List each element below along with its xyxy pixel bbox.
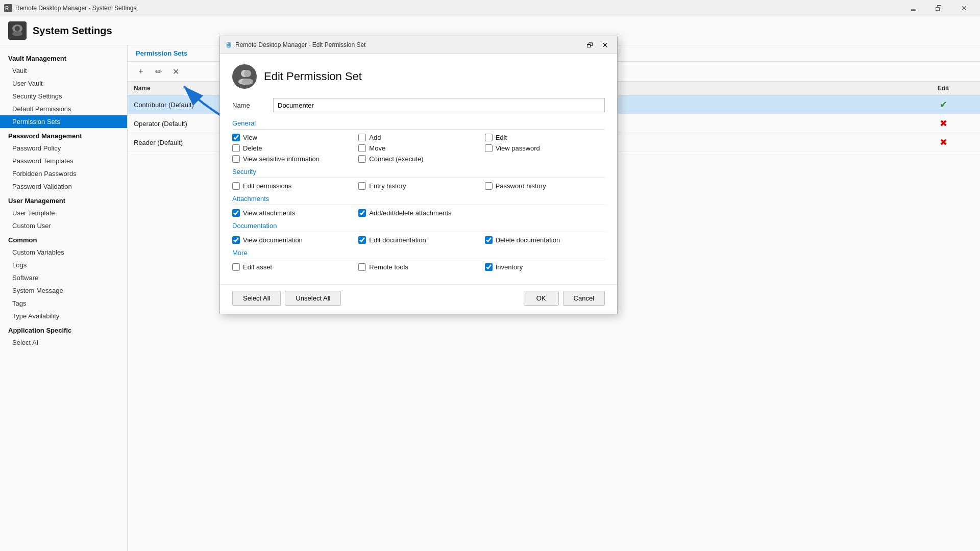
svg-point-4 bbox=[12, 31, 22, 36]
perm-view: View bbox=[232, 134, 352, 141]
security-section-title: Security bbox=[232, 168, 605, 178]
perm-view-password-label: View password bbox=[496, 144, 540, 152]
title-bar-text: Remote Desktop Manager - System Settings bbox=[15, 5, 901, 12]
general-permissions-grid: View Add Edit Delete bbox=[232, 134, 605, 163]
perm-add-label: Add bbox=[369, 134, 381, 141]
title-bar-controls: 🗕 🗗 ✕ bbox=[901, 0, 976, 16]
modal-title-controls: 🗗 ✕ bbox=[582, 45, 612, 51]
column-header-edit: Edit bbox=[913, 85, 974, 92]
perm-edit-documentation-label: Edit documentation bbox=[369, 236, 426, 244]
title-bar: R Remote Desktop Manager - System Settin… bbox=[0, 0, 980, 16]
unselect-all-button[interactable]: Unselect All bbox=[285, 291, 341, 306]
perm-inventory: Inventory bbox=[485, 263, 605, 271]
perm-delete-documentation-checkbox[interactable] bbox=[485, 236, 493, 244]
attachments-permissions-grid: View attachments Add/edit/delete attachm… bbox=[232, 209, 605, 217]
sidebar-item-forbidden-passwords[interactable]: Forbidden Passwords bbox=[0, 167, 127, 180]
perm-edit-permissions-checkbox[interactable] bbox=[232, 182, 240, 190]
perm-connect-checkbox[interactable] bbox=[358, 155, 366, 163]
add-button[interactable]: + bbox=[134, 65, 148, 78]
perm-edit-documentation-checkbox[interactable] bbox=[358, 236, 366, 244]
sidebar-section-application-specific: Application Specific bbox=[0, 322, 127, 336]
perm-view-attachments-label: View attachments bbox=[243, 209, 295, 217]
perm-view-checkbox[interactable] bbox=[232, 134, 240, 141]
perm-view-label: View bbox=[243, 134, 257, 141]
perm-password-history-checkbox[interactable] bbox=[485, 182, 493, 190]
name-label: Name bbox=[232, 102, 273, 109]
perm-view-password: View password bbox=[485, 144, 605, 152]
footer-right-buttons: OK Cancel bbox=[524, 291, 605, 306]
modal-title-bar: 🖥 Remote Desktop Manager - Edit Permissi… bbox=[220, 45, 617, 54]
name-input[interactable] bbox=[273, 98, 605, 112]
sidebar: Vault Management Vault User Vault Securi… bbox=[0, 45, 128, 551]
perm-add-edit-delete-attachments-label: Add/edit/delete attachments bbox=[369, 209, 451, 217]
delete-button[interactable]: ✕ bbox=[168, 65, 183, 78]
perm-delete-checkbox[interactable] bbox=[232, 144, 240, 152]
perm-view-password-checkbox[interactable] bbox=[485, 144, 493, 152]
perm-view-attachments-checkbox[interactable] bbox=[232, 209, 240, 217]
perm-edit-checkbox[interactable] bbox=[485, 134, 493, 141]
perm-password-history-label: Password history bbox=[496, 182, 546, 190]
perm-add-edit-delete-attachments-checkbox[interactable] bbox=[358, 209, 366, 217]
modal-heading-icon bbox=[232, 64, 257, 89]
minimize-button[interactable]: 🗕 bbox=[901, 0, 925, 16]
sidebar-item-user-template[interactable]: User Template bbox=[0, 207, 127, 219]
sidebar-item-system-message[interactable]: System Message bbox=[0, 284, 127, 297]
more-section-title: More bbox=[232, 249, 605, 259]
perm-delete: Delete bbox=[232, 144, 352, 152]
sidebar-item-permission-sets[interactable]: Permission Sets bbox=[0, 115, 127, 128]
name-field-row: Name bbox=[232, 98, 605, 112]
panel-title: Permission Sets bbox=[136, 49, 187, 57]
perm-inventory-checkbox[interactable] bbox=[485, 263, 493, 271]
app-icon: R bbox=[4, 4, 12, 12]
perm-edit-documentation: Edit documentation bbox=[358, 236, 478, 244]
sidebar-item-security-settings[interactable]: Security Settings bbox=[0, 90, 127, 103]
modal-dialog-title: Edit Permission Set bbox=[264, 70, 362, 83]
perm-view-sensitive-label: View sensitive information bbox=[243, 155, 320, 163]
maximize-button[interactable]: 🗗 bbox=[927, 0, 950, 16]
perm-entry-history-label: Entry history bbox=[369, 182, 406, 190]
edit-button[interactable]: ✏ bbox=[151, 65, 165, 78]
x-icon: ✖ bbox=[940, 118, 947, 129]
perm-edit-permissions: Edit permissions bbox=[232, 182, 352, 190]
svg-text:R: R bbox=[5, 6, 9, 11]
sidebar-item-user-vault[interactable]: User Vault bbox=[0, 77, 127, 90]
ok-button[interactable]: OK bbox=[524, 291, 559, 306]
perm-view-sensitive-checkbox[interactable] bbox=[232, 155, 240, 163]
row-edit-0: ✔ bbox=[913, 99, 974, 110]
modal-body: Edit Permission Set Name General View bbox=[220, 54, 617, 284]
sidebar-item-password-policy[interactable]: Password Policy bbox=[0, 142, 127, 155]
perm-view-documentation-checkbox[interactable] bbox=[232, 236, 240, 244]
perm-edit-asset-checkbox[interactable] bbox=[232, 263, 240, 271]
perm-entry-history-checkbox[interactable] bbox=[358, 182, 366, 190]
sidebar-item-vault[interactable]: Vault bbox=[0, 64, 127, 77]
sidebar-item-password-templates[interactable]: Password Templates bbox=[0, 155, 127, 167]
modal-maximize-button[interactable]: 🗗 bbox=[582, 45, 597, 51]
perm-add-checkbox[interactable] bbox=[358, 134, 366, 141]
sidebar-item-tags[interactable]: Tags bbox=[0, 297, 127, 310]
sidebar-item-custom-user[interactable]: Custom User bbox=[0, 219, 127, 232]
sidebar-section-vault-management: Vault Management bbox=[0, 51, 127, 64]
check-icon: ✔ bbox=[940, 99, 947, 110]
perm-remote-tools-checkbox[interactable] bbox=[358, 263, 366, 271]
perm-view-documentation: View documentation bbox=[232, 236, 352, 244]
sidebar-item-default-permissions[interactable]: Default Permissions bbox=[0, 103, 127, 115]
sidebar-section-password-management: Password Management bbox=[0, 128, 127, 142]
perm-entry-history: Entry history bbox=[358, 182, 478, 190]
modal-heading: Edit Permission Set bbox=[232, 64, 605, 89]
sidebar-item-select-ai[interactable]: Select AI bbox=[0, 336, 127, 349]
modal-close-button[interactable]: ✕ bbox=[598, 45, 612, 51]
sidebar-item-type-availability[interactable]: Type Availability bbox=[0, 310, 127, 322]
svg-point-10 bbox=[241, 79, 253, 85]
sidebar-item-custom-variables[interactable]: Custom Variables bbox=[0, 246, 127, 259]
perm-edit-asset: Edit asset bbox=[232, 263, 352, 271]
main-container: Vault Management Vault User Vault Securi… bbox=[0, 45, 980, 551]
perm-add: Add bbox=[358, 134, 478, 141]
sidebar-item-password-validation[interactable]: Password Validation bbox=[0, 180, 127, 193]
close-button[interactable]: ✕ bbox=[952, 0, 976, 16]
select-all-button[interactable]: Select All bbox=[232, 291, 281, 306]
perm-delete-label: Delete bbox=[243, 144, 262, 152]
cancel-button[interactable]: Cancel bbox=[563, 291, 605, 306]
sidebar-item-logs[interactable]: Logs bbox=[0, 259, 127, 271]
perm-move-checkbox[interactable] bbox=[358, 144, 366, 152]
sidebar-item-software[interactable]: Software bbox=[0, 271, 127, 284]
